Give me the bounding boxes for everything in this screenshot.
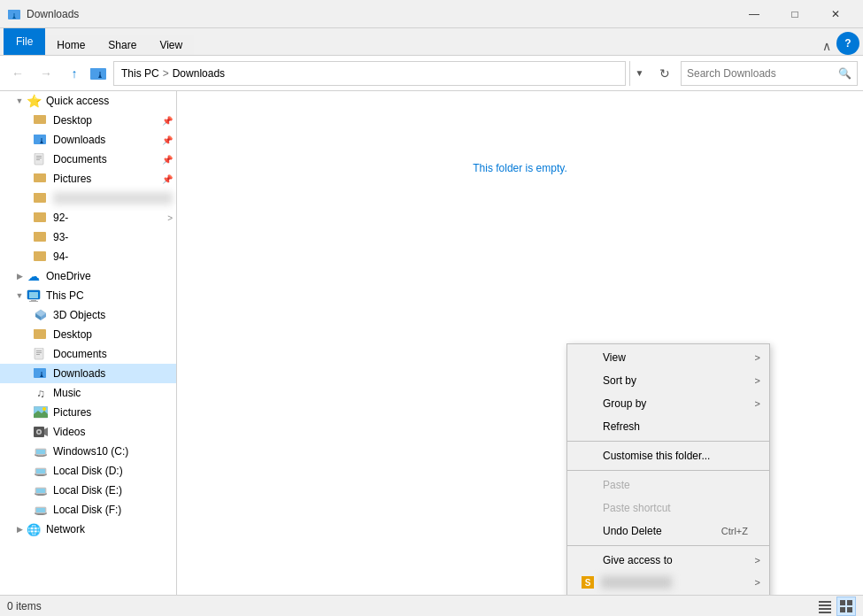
network-icon: 🌐 xyxy=(27,522,41,536)
svg-rect-16 xyxy=(36,158,42,158)
svg-rect-11 xyxy=(34,135,39,137)
svg-rect-17 xyxy=(36,159,40,160)
svg-rect-23 xyxy=(34,212,39,215)
ctx-sort-by[interactable]: Sort by > xyxy=(567,369,769,392)
downloads-pin-icon: 📌 xyxy=(162,135,173,145)
sidebar-item-documents-pc[interactable]: Documents xyxy=(0,344,176,364)
disk-f-label: Local Disk (F:) xyxy=(53,504,173,516)
svg-rect-54 xyxy=(36,450,45,454)
ctx-sort-icon xyxy=(582,373,596,388)
92-arrow: > xyxy=(167,213,173,223)
sidebar-item-92[interactable]: 92- > xyxy=(0,208,176,227)
ctx-group-by[interactable]: Group by > xyxy=(567,392,769,415)
pictures-pc-icon xyxy=(34,405,48,420)
downloads-pc-label: Downloads xyxy=(53,367,173,380)
desktop-quick-label: Desktop xyxy=(53,114,158,127)
collapse-ribbon-button[interactable]: ∧ xyxy=(817,37,836,55)
tab-file[interactable]: File xyxy=(4,28,45,55)
sidebar-item-quick-access[interactable]: ▼ ⭐ Quick access xyxy=(0,91,176,111)
quick-access-expand[interactable]: ▼ xyxy=(14,96,25,106)
address-dropdown-button[interactable]: ▼ xyxy=(629,61,649,86)
sidebar-item-this-pc[interactable]: ▼ This PC xyxy=(0,286,176,305)
svg-rect-68 xyxy=(819,612,831,613)
view-large-icons-button[interactable] xyxy=(836,597,856,616)
svg-point-51 xyxy=(38,431,41,434)
address-path-icon xyxy=(90,65,108,81)
sidebar-item-windows10[interactable]: Windows10 (C:) xyxy=(0,442,176,461)
back-button[interactable]: ← xyxy=(5,61,30,86)
up-button[interactable]: ↑ xyxy=(62,61,87,86)
ctx-undo-delete[interactable]: Undo Delete Ctrl+Z xyxy=(567,520,769,543)
refresh-button[interactable]: ↻ xyxy=(652,61,677,86)
sidebar-item-desktop-pc[interactable]: Desktop xyxy=(0,325,176,344)
close-button[interactable]: ✕ xyxy=(815,0,856,28)
search-input[interactable] xyxy=(687,67,838,80)
documents-pc-icon xyxy=(34,347,48,361)
tab-view[interactable]: View xyxy=(148,35,194,55)
svg-rect-31 xyxy=(29,301,38,302)
minimize-button[interactable]: — xyxy=(734,0,774,28)
tab-home[interactable]: Home xyxy=(45,35,96,55)
svg-rect-67 xyxy=(819,608,831,610)
ctx-customise[interactable]: Customise this folder... xyxy=(567,444,769,467)
pictures-expand xyxy=(21,173,32,184)
ctx-give-access[interactable]: Give access to > xyxy=(567,549,769,572)
sidebar-item-desktop-quick[interactable]: Desktop 📌 xyxy=(0,111,176,130)
network-expand[interactable]: ▶ xyxy=(14,524,25,535)
ctx-paste[interactable]: Paste xyxy=(567,474,769,497)
ctx-paste-shortcut[interactable]: Paste shortcut xyxy=(567,497,769,520)
desktop-pc-label: Desktop xyxy=(53,328,173,341)
sidebar-item-3d-objects[interactable]: 3D Objects xyxy=(0,305,176,325)
ctx-blurred-icon: S xyxy=(582,576,594,589)
this-pc-expand[interactable]: ▼ xyxy=(14,290,25,301)
sidebar-item-94[interactable]: 94- xyxy=(0,247,176,266)
documents-expand xyxy=(21,154,32,165)
address-path[interactable]: This PC > Downloads xyxy=(113,61,626,86)
sidebar-item-downloads-pc[interactable]: Downloads xyxy=(0,364,176,383)
maximize-button[interactable]: □ xyxy=(774,0,815,28)
sidebar-item-videos[interactable]: Videos xyxy=(0,422,176,442)
svg-rect-69 xyxy=(840,600,845,605)
svg-rect-19 xyxy=(34,173,39,176)
title-bar-title: Downloads xyxy=(27,8,734,20)
tab-share[interactable]: Share xyxy=(96,35,148,55)
ctx-refresh[interactable]: Refresh xyxy=(567,415,769,438)
sidebar-item-93[interactable]: 93- xyxy=(0,227,176,247)
forward-button[interactable]: → xyxy=(34,61,58,86)
disk-d-label: Local Disk (D:) xyxy=(53,465,173,477)
windows10-icon xyxy=(34,444,48,458)
ctx-group-icon xyxy=(582,397,596,411)
sidebar-item-pictures-quick[interactable]: Pictures 📌 xyxy=(0,169,176,189)
ctx-blurred-item[interactable]: S > xyxy=(567,572,769,593)
ctx-undo-icon xyxy=(582,524,596,538)
address-chevron-1: > xyxy=(163,67,169,80)
sidebar-item-disk-e[interactable]: Local Disk (E:) xyxy=(0,481,176,500)
onedrive-expand[interactable]: ▶ xyxy=(14,271,25,281)
ctx-sep-3 xyxy=(567,545,769,546)
ctx-paste-shortcut-icon xyxy=(582,501,596,515)
windows10-label: Windows10 (C:) xyxy=(53,445,173,458)
sidebar-item-pictures-pc[interactable]: Pictures xyxy=(0,403,176,422)
sidebar-item-documents-quick[interactable]: Documents 📌 xyxy=(0,150,176,169)
ctx-sort-arrow: > xyxy=(755,375,760,386)
sidebar-item-music[interactable]: ♫ Music xyxy=(0,383,176,403)
sidebar-item-disk-f[interactable]: Local Disk (F:) xyxy=(0,500,176,520)
this-pc-icon xyxy=(27,289,41,303)
title-bar-icon xyxy=(7,7,21,21)
sidebar-item-onedrive[interactable]: ▶ ☁ OneDrive xyxy=(0,266,176,286)
ctx-view-label: View xyxy=(603,351,626,364)
help-button[interactable]: ? xyxy=(836,32,859,55)
ctx-sort-label: Sort by xyxy=(603,374,636,387)
svg-rect-9 xyxy=(34,115,39,118)
sidebar-item-disk-d[interactable]: Local Disk (D:) xyxy=(0,461,176,481)
windows10-expand xyxy=(21,446,32,457)
content-area[interactable]: This folder is empty. View > Sort by > G… xyxy=(177,91,863,595)
ctx-view[interactable]: View > xyxy=(567,346,769,369)
sidebar-item-blurred1[interactable] xyxy=(0,189,176,208)
sidebar-item-downloads-quick[interactable]: Downloads 📌 xyxy=(0,130,176,150)
main-layout: ▼ ⭐ Quick access Desktop 📌 xyxy=(0,91,863,595)
94-expand xyxy=(21,251,32,262)
sidebar-item-network[interactable]: ▶ 🌐 Network xyxy=(0,520,176,539)
view-details-button[interactable] xyxy=(815,597,835,616)
ctx-undo-shortcut: Ctrl+Z xyxy=(721,526,748,536)
